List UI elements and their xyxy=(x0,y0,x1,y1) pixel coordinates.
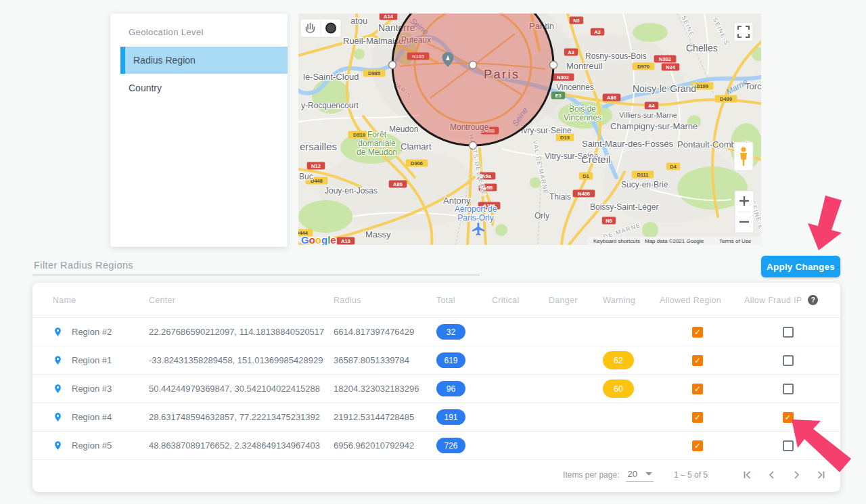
allowed-region-checkbox[interactable]: ✓ xyxy=(692,384,703,394)
chevron-down-icon xyxy=(645,472,652,476)
svg-text:de Meudon: de Meudon xyxy=(357,147,397,157)
svg-text:Forêt: Forêt xyxy=(367,130,387,139)
svg-text:D910: D910 xyxy=(353,132,365,138)
pegman-control[interactable] xyxy=(734,142,753,170)
svg-text:D19: D19 xyxy=(560,135,570,141)
region-radius: 36587.8051339784 xyxy=(334,355,436,365)
total-badge: 96 xyxy=(436,381,465,396)
svg-text:A10: A10 xyxy=(341,238,350,244)
warning-badge: 62 xyxy=(603,351,634,369)
sidebar-item-country[interactable]: Country xyxy=(120,74,288,101)
table-row: Region #350.44244979369847, 30.542104022… xyxy=(32,375,840,403)
svg-text:Bois de: Bois de xyxy=(569,104,596,114)
svg-text:Noisy-le-Grand: Noisy-le-Grand xyxy=(633,83,696,94)
terms-of-use-link[interactable]: Terms of Use xyxy=(719,238,752,244)
page: Geolocation Level Radius Region Country xyxy=(0,0,866,504)
fullscreen-button[interactable] xyxy=(734,22,753,41)
svg-text:Saint-Maur-des-Fossés: Saint-Maur-des-Fossés xyxy=(582,139,674,149)
total-badge: 726 xyxy=(436,438,465,453)
svg-text:D985: D985 xyxy=(368,70,380,76)
region-center: 28.631748594632857, 77.22213475231392 xyxy=(149,412,334,422)
svg-text:N3: N3 xyxy=(573,18,580,24)
geolocation-level-panel: Geolocation Level Radius Region Country xyxy=(110,14,288,247)
svg-text:Paris-Orly: Paris-Orly xyxy=(457,213,493,223)
allow-fraud-ip-checkbox[interactable] xyxy=(783,327,794,338)
table-row: Region #428.631748594632857, 77.22213475… xyxy=(32,403,840,432)
region-radius: 21912.53144728485 xyxy=(334,412,436,422)
svg-text:A4: A4 xyxy=(648,103,655,109)
location-pin-icon xyxy=(53,382,63,395)
zoom-control xyxy=(735,191,754,233)
svg-text:Orly: Orly xyxy=(534,211,549,221)
svg-text:Vincennes: Vincennes xyxy=(556,83,594,92)
col-warning: Warning xyxy=(603,296,660,305)
svg-text:Buc: Buc xyxy=(299,172,313,181)
table-row: Region #222.267686590212097, 114.1813884… xyxy=(32,318,840,346)
col-center: Center xyxy=(149,296,334,305)
allow-fraud-ip-checkbox[interactable] xyxy=(783,440,794,451)
location-pin-icon xyxy=(53,439,63,452)
col-radius: Radius xyxy=(334,296,436,305)
google-map[interactable]: A14N3A3A3N302N34D970N302D199D499A86A4E3A… xyxy=(298,14,761,245)
table-row: Region #548.86387089176652, 2.3248649134… xyxy=(32,432,840,460)
region-name: Region #5 xyxy=(72,440,112,451)
total-badge: 191 xyxy=(436,409,465,425)
sidebar-item-label: Radius Region xyxy=(133,55,196,66)
region-center: -33.82431358289458, 151.01369985428929 xyxy=(149,355,334,365)
allowed-region-checkbox[interactable]: ✓ xyxy=(692,355,703,366)
help-icon[interactable]: ? xyxy=(808,295,818,305)
next-page-button[interactable] xyxy=(786,465,806,484)
region-name: Region #3 xyxy=(72,384,112,394)
svg-text:D906: D906 xyxy=(411,160,423,166)
col-name: Name xyxy=(46,296,149,305)
svg-text:Thiais: Thiais xyxy=(549,192,571,202)
svg-text:D111: D111 xyxy=(637,172,648,178)
keyboard-shortcuts-link[interactable]: Keyboard shortcuts xyxy=(593,238,640,244)
svg-text:le-Saint-Cloud: le-Saint-Cloud xyxy=(303,72,359,82)
col-total: Total xyxy=(436,296,492,305)
allow-fraud-ip-checkbox[interactable]: ✓ xyxy=(783,412,794,423)
svg-text:y-Rocquencourt: y-Rocquencourt xyxy=(301,101,359,110)
svg-text:A3: A3 xyxy=(568,49,574,55)
svg-text:Chelles: Chelles xyxy=(686,43,718,53)
svg-text:N302: N302 xyxy=(557,74,569,81)
google-logo: Google xyxy=(301,234,336,245)
allowed-region-checkbox[interactable]: ✓ xyxy=(692,327,703,338)
first-page-button[interactable] xyxy=(737,465,758,484)
svg-text:N12: N12 xyxy=(311,163,321,169)
svg-text:D970: D970 xyxy=(637,64,650,70)
allowed-region-checkbox[interactable]: ✓ xyxy=(692,440,703,451)
svg-text:ersailles: ersailles xyxy=(300,141,337,152)
svg-text:Meudon: Meudon xyxy=(389,124,418,134)
svg-text:Boissy-Saint-Léger: Boissy-Saint-Léger xyxy=(590,202,658,212)
sidebar-item-radius-region[interactable]: Radius Region xyxy=(120,47,288,74)
warning-badge: 60 xyxy=(603,380,634,398)
svg-text:Jouy-en-Josas: Jouy-en-Josas xyxy=(325,186,378,196)
panel-title: Geolocation Level xyxy=(129,27,288,37)
previous-page-button[interactable] xyxy=(762,465,782,484)
regions-table: Name Center Radius Total Critical Danger… xyxy=(32,283,840,492)
region-radius: 6956.962010792942 xyxy=(334,440,436,451)
svg-text:Clamart: Clamart xyxy=(401,141,432,152)
filter-radius-regions-input[interactable] xyxy=(32,256,480,275)
items-per-page-select[interactable]: 20 xyxy=(626,467,653,482)
svg-text:Sucy-en-Brie: Sucy-en-Brie xyxy=(621,180,668,189)
allow-fraud-ip-checkbox[interactable] xyxy=(783,355,794,366)
last-page-button[interactable] xyxy=(811,465,831,484)
svg-text:Aéroport de: Aéroport de xyxy=(455,204,497,214)
region-center: 22.267686590212097, 114.18138840520517 xyxy=(149,327,334,337)
svg-text:D499: D499 xyxy=(720,96,732,102)
svg-text:N302: N302 xyxy=(659,56,671,62)
apply-changes-button[interactable]: Apply Changes xyxy=(761,256,840,277)
svg-text:Créteil: Créteil xyxy=(581,154,610,165)
svg-text:A86: A86 xyxy=(607,95,616,101)
svg-text:Champigny-sur-Marne: Champigny-sur-Marne xyxy=(610,121,698,131)
location-pin-icon xyxy=(53,354,63,367)
allow-fraud-ip-checkbox[interactable] xyxy=(783,384,794,394)
allowed-region-checkbox[interactable]: ✓ xyxy=(692,412,703,423)
svg-text:atou: atou xyxy=(350,16,367,26)
region-center: 50.44244979369847, 30.542104022415288 xyxy=(149,384,334,394)
location-pin-icon xyxy=(53,411,63,423)
draw-circle-tool-icon[interactable] xyxy=(326,24,336,33)
svg-text:Villiers-sur-Marne: Villiers-sur-Marne xyxy=(619,111,677,119)
